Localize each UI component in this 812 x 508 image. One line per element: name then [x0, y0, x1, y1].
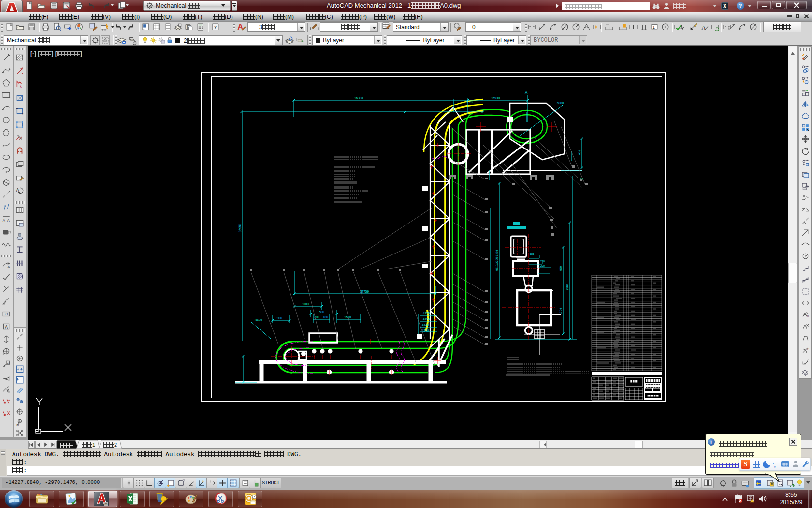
- svg-text:1: 1: [652, 25, 655, 30]
- svg-text:A: A: [7, 265, 10, 269]
- svg-text:34759: 34759: [360, 290, 369, 293]
- svg-text:+1: +1: [7, 361, 11, 365]
- svg-text:1:: 1:: [807, 347, 810, 351]
- svg-text:500: 500: [319, 310, 324, 314]
- svg-text:4140: 4140: [422, 323, 429, 327]
- svg-text:8010/2235-1478: 8010/2235-1478: [495, 250, 498, 271]
- svg-text:1704: 1704: [559, 308, 562, 314]
- svg-text:900: 900: [277, 316, 282, 320]
- svg-text:A-A: A-A: [2, 218, 10, 223]
- svg-text:180: 180: [323, 315, 328, 319]
- svg-text:385: 385: [530, 253, 534, 255]
- svg-text:800: 800: [559, 266, 562, 271]
- svg-text:908: 908: [578, 149, 581, 155]
- svg-text:36053: 36053: [238, 224, 242, 232]
- svg-text:15930: 15930: [491, 96, 500, 100]
- svg-text:250: 250: [540, 260, 545, 263]
- svg-text:A: A: [701, 24, 706, 31]
- svg-text:4240: 4240: [422, 329, 429, 332]
- svg-text:?: ?: [214, 25, 217, 30]
- svg-text:200: 200: [540, 264, 545, 267]
- svg-text:B420: B420: [255, 318, 262, 322]
- svg-text:!: !: [753, 500, 754, 503]
- svg-text:4175: 4175: [423, 312, 430, 315]
- svg-text:+: +: [8, 398, 10, 403]
- svg-text:3.78: 3.78: [466, 100, 473, 104]
- svg-text:n: n: [807, 314, 809, 318]
- svg-text:1580: 1580: [344, 315, 351, 319]
- svg-text:16388: 16388: [354, 96, 363, 100]
- svg-text:4154: 4154: [423, 317, 430, 321]
- svg-text:Ø: Ø: [16, 423, 19, 427]
- svg-text:6080: 6080: [557, 101, 564, 105]
- svg-text:A: A: [525, 90, 528, 95]
- svg-text:m: m: [105, 502, 108, 506]
- svg-text:A: A: [5, 324, 8, 329]
- svg-text:2504: 2504: [566, 284, 569, 290]
- svg-text:+1: +1: [4, 312, 9, 316]
- svg-text:k: k: [20, 84, 22, 89]
- svg-text:1100: 1100: [302, 302, 309, 306]
